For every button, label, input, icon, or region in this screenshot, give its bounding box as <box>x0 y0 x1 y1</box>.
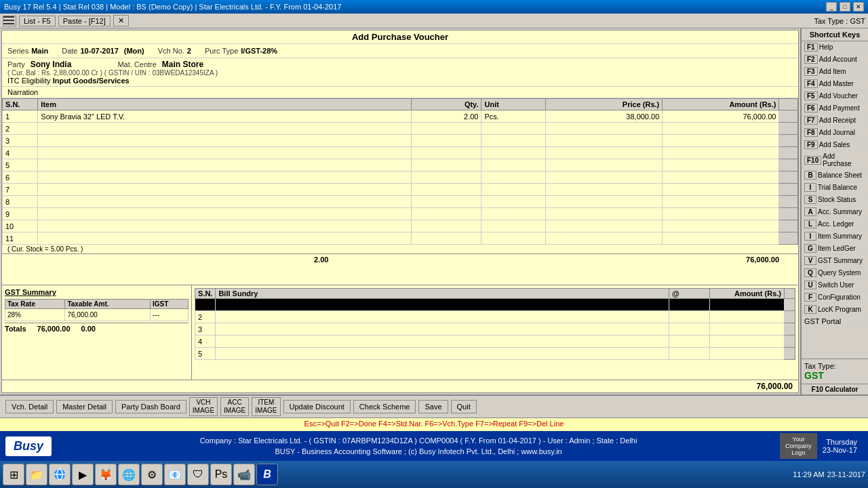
shortcut-items-container: F1 Help F2 Add Account F3 Add Item F4 Ad… <box>802 41 868 316</box>
tax-type-section: Tax Type: GST <box>802 359 868 384</box>
shortcut-label: Item LedGer <box>818 245 856 252</box>
app-menu-button[interactable] <box>3 16 16 26</box>
shortcut-query-system[interactable]: Q Query System <box>802 267 868 279</box>
bill-sundry-row[interactable]: 2 <box>195 311 795 323</box>
item-image-button[interactable]: ITEM IMAGE <box>252 397 280 416</box>
bs-col-bill: Bill Sundry <box>216 289 669 299</box>
shortcut-item-ledger[interactable]: G Item LedGer <box>802 243 868 255</box>
shortcut-add-sales[interactable]: F9 Add Sales <box>802 139 868 151</box>
item-table-row[interactable]: 8 <box>3 196 798 208</box>
master-detail-button[interactable]: Master Detail <box>56 400 113 413</box>
save-button[interactable]: Save <box>418 400 448 413</box>
shortcut-stock-status[interactable]: S Stock Status <box>802 194 868 206</box>
shortcut-balance-sheet[interactable]: B Balance Sheet <box>802 169 868 182</box>
item-table-row[interactable]: 9 <box>3 208 798 220</box>
item-table-row[interactable]: 6 <box>3 171 798 184</box>
gst-table: Tax Rate Taxable Amt. IGST 28% 76,000.00… <box>5 299 189 321</box>
bill-sundry-row[interactable]: 3 <box>195 323 795 336</box>
item-table-row[interactable]: 1 Sony Bravia 32" LED T.V. 2.00 Pcs. 38,… <box>3 110 798 123</box>
taskbar-antivirus[interactable]: 🛡 <box>187 464 209 485</box>
party-dash-board-button[interactable]: Party Dash Board <box>115 400 186 413</box>
date-label: Date <box>62 47 77 55</box>
item-table-row[interactable]: 11 <box>3 232 798 245</box>
shortcut-trial-balance[interactable]: I Trial Balance <box>802 182 868 194</box>
item-table-row[interactable]: 5 <box>3 159 798 171</box>
taskbar-busy[interactable]: B <box>256 464 278 485</box>
taskbar-app1[interactable]: ⚙ <box>141 464 163 485</box>
close-button[interactable]: ✕ <box>853 2 864 12</box>
shortcut-add-master[interactable]: F4 Add Master <box>802 78 868 90</box>
taskbar-explorer[interactable]: 📁 <box>26 464 47 485</box>
bs-scroll <box>785 323 795 336</box>
shortcut-gst-summary[interactable]: V GST Summary <box>802 255 868 267</box>
item-table-header: S.N. Item Qty. Unit Price (Rs.) Amount (… <box>3 99 798 110</box>
shortcut-add-account[interactable]: F2 Add Account <box>802 54 868 66</box>
cell-qty <box>412 208 481 220</box>
f10-calculator[interactable]: F10 Calculator <box>802 384 868 394</box>
shortcut-help[interactable]: F1 Help <box>802 41 868 54</box>
toolbar-close-button[interactable]: ✕ <box>113 15 129 26</box>
shortcut-add-receipt[interactable]: F7 Add Receipt <box>802 115 868 127</box>
shortcut-key: L <box>804 220 816 228</box>
minimize-button[interactable]: _ <box>826 2 837 12</box>
bs-at <box>669 336 710 348</box>
vch-value: 2 <box>187 47 191 55</box>
taskbar-outlook[interactable]: 📧 <box>164 464 186 485</box>
col-header-amount: Amount (Rs.) <box>663 99 779 110</box>
bs-at <box>669 299 710 311</box>
taskbar-chrome[interactable]: 🌐 <box>118 464 140 485</box>
form-title: Add Purchase Voucher <box>2 30 798 44</box>
maximize-button[interactable]: □ <box>840 2 850 12</box>
item-table-row[interactable]: 3 <box>3 135 798 147</box>
shortcut-add-voucher[interactable]: F5 Add Voucher <box>802 90 868 102</box>
vch-image-button[interactable]: VCH IMAGE <box>189 397 218 416</box>
shortcut-add-item[interactable]: F3 Add Item <box>802 66 868 78</box>
taskbar-media[interactable]: ▶ <box>72 464 94 485</box>
shortcut-add-payment[interactable]: F6 Add Payment <box>802 102 868 115</box>
paste-f12-button[interactable]: Paste - [F12] <box>58 16 111 26</box>
cell-scroll <box>779 232 798 245</box>
bs-scroll <box>785 348 795 360</box>
bill-sundry-row[interactable]: 5 <box>195 348 795 360</box>
taskbar-firefox[interactable]: 🦊 <box>95 464 117 485</box>
item-table-row[interactable]: 2 <box>3 123 798 135</box>
your-company-text: Your <box>785 436 812 443</box>
cell-qty <box>412 123 481 135</box>
vch-detail-button[interactable]: Vch. Detail <box>5 400 54 413</box>
cell-scroll <box>779 159 798 171</box>
table-totals-row: 2.00 76,000.00 <box>2 253 798 265</box>
item-table-row[interactable]: 7 <box>3 184 798 196</box>
taskbar-photoshop[interactable]: Ps <box>210 464 232 485</box>
gst-igst: --- <box>151 309 189 321</box>
item-table-row[interactable]: 4 <box>3 147 798 159</box>
shortcut-add-journal[interactable]: F8 Add Journal <box>802 127 868 139</box>
item-table-row[interactable]: 10 <box>3 220 798 232</box>
gst-totals-label: Totals <box>5 325 26 333</box>
list-f5-button[interactable]: List - F5 <box>19 16 56 26</box>
shortcut-switch-user[interactable]: U Switch User <box>802 279 868 291</box>
check-scheme-button[interactable]: Check Scheme <box>353 400 416 413</box>
purc-label: Purc Type <box>205 47 238 55</box>
quit-button[interactable]: Quit <box>451 400 477 413</box>
shortcut-add-purchase[interactable]: F10 Add Purchase <box>802 151 868 169</box>
start-button[interactable]: ⊞ <box>3 464 24 485</box>
cell-price <box>546 196 663 208</box>
cell-item <box>38 208 412 220</box>
shortcut-key: F10 <box>804 156 821 165</box>
taskbar-meeting[interactable]: 📹 <box>233 464 255 485</box>
update-discount-button[interactable]: Update Discount <box>283 400 351 413</box>
cell-qty <box>412 196 481 208</box>
shortcut-gst-portal[interactable]: GST Portal <box>802 316 868 327</box>
shortcut-key: F8 <box>804 128 818 137</box>
cell-amount <box>663 184 779 196</box>
shortcut-acc.-summary[interactable]: A Acc. Summary <box>802 206 868 218</box>
bill-sundry-row[interactable]: 4 <box>195 336 795 348</box>
shortcut-configuration[interactable]: F ConFiguration <box>802 291 868 304</box>
shortcut-acc.-ledger[interactable]: L Acc. Ledger <box>802 218 868 230</box>
shortcut-key: F <box>804 293 816 302</box>
shortcut-item-summary[interactable]: I Item Summary <box>802 230 868 243</box>
acc-image-button[interactable]: ACC IMAGE <box>220 397 249 416</box>
shortcut-lock-program[interactable]: K LocK Program <box>802 304 868 316</box>
bill-sundry-row[interactable]: 1 <box>195 299 795 311</box>
taskbar-ie[interactable] <box>49 464 71 485</box>
